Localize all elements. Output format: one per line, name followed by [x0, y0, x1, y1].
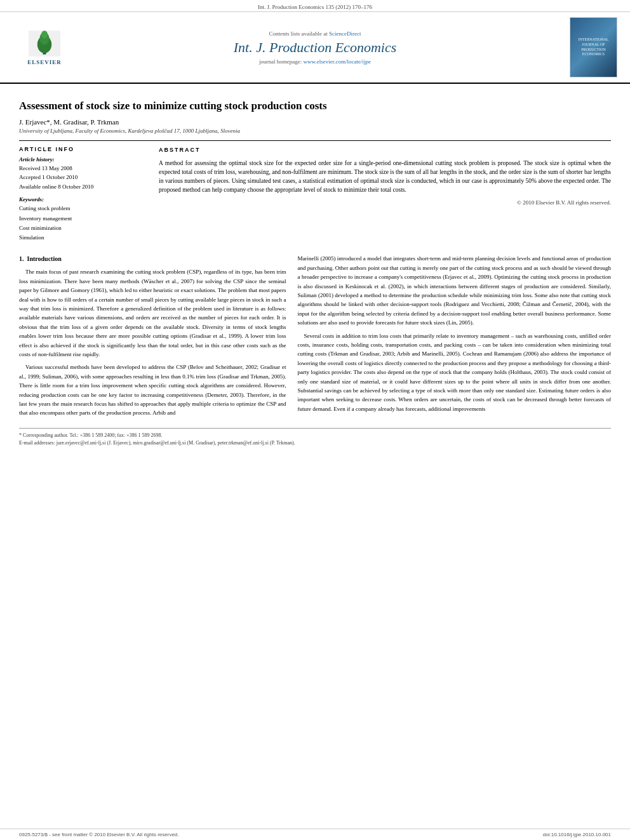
section1-title: Introduction [27, 255, 62, 262]
right-paragraph-1: Marinelli (2005) introduced a model that… [297, 254, 611, 327]
received-date: Received 13 May 2008 [19, 164, 146, 173]
sciencedirect-link[interactable]: ScienceDirect [329, 30, 361, 37]
info-abstract-section: ARTICLE INFO Article history: Received 1… [19, 140, 611, 248]
history-title: Article history: [19, 156, 146, 163]
banner-right: INTERNATIONALJOURNAL OFPRODUCTIONECONOMI… [554, 17, 617, 77]
homepage-link[interactable]: www.elsevier.com/locate/ijpe [304, 58, 371, 65]
body-paragraph-1: The main focus of past research examinin… [19, 267, 286, 359]
keywords-group: Keywords: Cutting stock problem Inventor… [19, 196, 146, 243]
elsevier-tree-icon [29, 29, 60, 58]
footer-issn: 0925-5273/$ - see front matter © 2010 El… [19, 832, 179, 837]
journal-banner: ELSEVIER Contents lists available at Sci… [0, 12, 630, 84]
section1-number: 1. [19, 255, 24, 262]
email-note: E-mail addresses: jure.erjavec@ef.uni-lj… [19, 439, 611, 447]
article-history: Article history: Received 13 May 2008 Ac… [19, 156, 146, 191]
accepted-date: Accepted 1 October 2010 [19, 173, 146, 182]
abstract-label: ABSTRACT [159, 146, 611, 155]
page: Int. J. Production Economics 135 (2012) … [0, 0, 630, 840]
article-affiliation: University of Ljubljana, Faculty of Econ… [19, 128, 611, 134]
emails: jure.erjavec@ef.uni-lj.si (J. Erjavec), … [57, 440, 295, 446]
footer-bar: 0925-5273/$ - see front matter © 2010 El… [0, 829, 630, 840]
keywords-title: Keywords: [19, 196, 146, 203]
elsevier-logo-area: ELSEVIER [13, 29, 76, 65]
footnote-area: * Corresponding author. Tel.: +386 1 589… [19, 428, 611, 447]
corresponding-note: * Corresponding author. Tel.: +386 1 589… [19, 432, 611, 439]
keyword-1: Cutting stock problem [19, 204, 146, 213]
journal-homepage: journal homepage: www.elsevier.com/locat… [76, 58, 554, 65]
section1-heading: 1. Introduction [19, 254, 286, 264]
body-paragraph-2: Various successful methods have been dev… [19, 363, 286, 417]
body-right-col: Marinelli (2005) introduced a model that… [297, 254, 611, 421]
journal-ref: Int. J. Production Economics 135 (2012) … [258, 4, 372, 10]
svg-point-4 [41, 30, 48, 39]
keyword-2: Inventory management [19, 214, 146, 223]
abstract-text: A method for assessing the optimal stock… [159, 159, 611, 195]
article-info-col: ARTICLE INFO Article history: Received 1… [19, 146, 146, 248]
abstract-col: ABSTRACT A method for assessing the opti… [159, 146, 611, 248]
banner-center: Contents lists available at ScienceDirec… [76, 30, 554, 65]
article-info-label: ARTICLE INFO [19, 146, 146, 152]
body-section: 1. Introduction The main focus of past r… [19, 254, 611, 421]
journal-cover-thumbnail: INTERNATIONALJOURNAL OFPRODUCTIONECONOMI… [570, 17, 617, 77]
copyright-text: © 2010 Elsevier B.V. All rights reserved… [159, 199, 611, 208]
article-title: Assessment of stock size to minimize cut… [19, 99, 611, 113]
available-date: Available online 8 October 2010 [19, 182, 146, 191]
journal-header-bar: Int. J. Production Economics 135 (2012) … [0, 0, 630, 12]
journal-title: Int. J. Production Economics [76, 39, 554, 56]
keyword-4: Simulation [19, 233, 146, 243]
dates-list: Received 13 May 2008 Accepted 1 October … [19, 164, 146, 191]
journal-thumbnail-text: INTERNATIONALJOURNAL OFPRODUCTIONECONOMI… [579, 37, 609, 57]
elsevier-label: ELSEVIER [27, 59, 62, 65]
sciencedirect-text: Contents lists available at ScienceDirec… [76, 30, 554, 37]
right-paragraph-2: Several costs in addition to trim loss c… [297, 331, 611, 414]
keywords-list: Cutting stock problem Inventory manageme… [19, 204, 146, 243]
footer-doi: doi:10.1016/j.ijpe.2010.10.001 [543, 832, 611, 837]
article-authors: J. Erjavec*, M. Gradisar, P. Trkman [19, 118, 611, 126]
body-left-col: 1. Introduction The main focus of past r… [19, 254, 286, 421]
elsevier-logo: ELSEVIER [13, 29, 76, 65]
keyword-3: Cost minimization [19, 223, 146, 233]
email-label: E-mail addresses: [19, 440, 55, 446]
main-content: Assessment of stock size to minimize cut… [0, 84, 630, 829]
